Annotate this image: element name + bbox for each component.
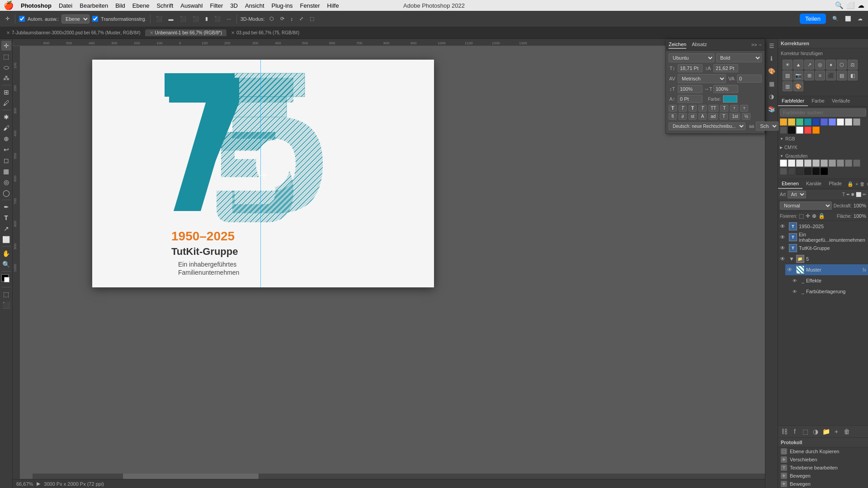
h-scale-input[interactable] (713, 85, 738, 93)
swatch-lightgray[interactable] (845, 118, 852, 126)
align-more-btn[interactable]: ··· (225, 15, 233, 23)
leading-input[interactable] (713, 64, 738, 72)
swatch-darkgray[interactable] (780, 127, 787, 134)
align-center-v-btn[interactable]: ▮ (203, 15, 210, 23)
menu-bearbeiten[interactable]: Bearbeiten (80, 2, 108, 9)
layer-item-effekte[interactable]: 👁 ⎯ Effekte (791, 275, 868, 286)
stamp-tool[interactable]: ⊕ (1, 134, 11, 144)
color-search-input[interactable] (780, 108, 866, 117)
gray-swatch-0[interactable] (780, 160, 787, 167)
eyedropper-tool[interactable]: 🖊 (1, 98, 11, 108)
prot-item-1[interactable]: ⬚ Ebene durch Kopieren (778, 447, 868, 455)
font-size-input[interactable] (678, 64, 703, 72)
ts-italic[interactable]: T (679, 105, 687, 112)
layer-item-1950[interactable]: 👁 T 1950–2025 (778, 221, 868, 232)
layer-4-vis[interactable]: 👁 (780, 256, 787, 262)
swatch-midgray[interactable] (853, 118, 860, 126)
font-style-select[interactable]: Bold (716, 53, 762, 62)
gray-swatch-10[interactable] (780, 168, 787, 175)
blend-mode-select[interactable]: Normal (780, 202, 832, 210)
layer-item-muster[interactable]: 👁 Muster fx (785, 264, 868, 275)
swatch-nearblack[interactable] (788, 127, 795, 134)
korr-colorbalance[interactable]: ⚖ (848, 60, 858, 70)
tab-3-close[interactable]: ✕ (231, 30, 235, 35)
tab-ebenen[interactable]: Ebenen (778, 179, 802, 189)
swatch-red[interactable] (804, 127, 811, 134)
ts-ligature[interactable]: fi (669, 113, 677, 120)
ts-sub[interactable]: T (740, 105, 748, 112)
ts-oldstyle[interactable]: st (689, 113, 697, 120)
move-tool-btn[interactable]: ✛ (4, 15, 11, 23)
font-family-select[interactable]: Ubuntu (669, 53, 714, 62)
menu-datei[interactable]: Datei (59, 2, 72, 9)
menu-3d[interactable]: 3D (230, 2, 238, 9)
gray-swatch-5[interactable] (821, 160, 828, 167)
tab-2[interactable]: ✕ Unbenannt-1 bei 66,7% (RGB/8*) (145, 29, 226, 36)
swatch-orange2[interactable] (812, 127, 820, 134)
aa-select[interactable]: Scharf (756, 122, 778, 131)
korr-levels[interactable]: ▲ (793, 60, 803, 70)
panel-icon-libraries[interactable]: 📚 (767, 104, 777, 114)
korr-invert[interactable]: ⬛ (826, 70, 836, 80)
lasso-tool[interactable]: ⬭ (1, 62, 11, 72)
tab-1[interactable]: ✕ 7-Jubilaumsbanner-3000x2000.psd bei 66… (2, 29, 145, 36)
mode-btn-3[interactable]: ↕ (289, 15, 295, 23)
text-tool[interactable]: T (1, 213, 11, 223)
prot-item-4[interactable]: ✛ Bewegen (778, 472, 868, 480)
menu-filter[interactable]: Filter (210, 2, 223, 9)
korr-hsl[interactable]: ⬡ (837, 60, 847, 70)
tracking-input[interactable] (737, 75, 762, 83)
arrange-toolbar-btn[interactable]: ⬜ (843, 15, 853, 23)
add-style-btn[interactable]: f (790, 427, 799, 436)
mode-btn-1[interactable]: ⬡ (268, 15, 276, 23)
hand-tool[interactable]: ✋ (1, 249, 11, 258)
select-rect-tool[interactable]: ⬚ (1, 52, 11, 61)
gray-swatch-14[interactable] (812, 168, 820, 175)
panel-icon-color[interactable]: 🎨 (767, 66, 777, 76)
layer-6-vis[interactable]: 👁 (793, 278, 800, 283)
align-center-h-btn[interactable]: ▬ (167, 15, 175, 23)
tab-farbe[interactable]: Farbe (808, 96, 828, 106)
gray-swatch-7[interactable] (837, 160, 844, 167)
layer-item-tutkit[interactable]: 👁 T TutKit-Gruppe (778, 243, 868, 253)
dodge-tool[interactable]: ◯ (1, 188, 11, 198)
folder-expand-icon[interactable]: ▼ (789, 256, 794, 262)
gray-swatch-11[interactable] (788, 168, 795, 175)
swatch-white2[interactable] (796, 127, 803, 134)
align-right-btn[interactable]: ⬛ (178, 15, 188, 23)
tab-pfade[interactable]: Pfade (825, 179, 845, 189)
add-group-btn[interactable]: 📁 (821, 427, 830, 436)
swatch-teal[interactable] (804, 118, 811, 126)
graustufen-label[interactable]: Graustufen (780, 153, 866, 160)
zeichen-close-icon[interactable]: − (759, 42, 762, 47)
layer-7-vis[interactable]: 👁 (793, 289, 800, 294)
swatch-orange[interactable] (780, 118, 787, 126)
zeichen-expand-icon[interactable]: >> (751, 42, 757, 47)
gray-swatch-15[interactable] (821, 168, 828, 175)
ts-bold2[interactable]: T (689, 105, 697, 112)
ts-contextual[interactable]: A (698, 113, 707, 120)
swatch-yellow[interactable] (788, 118, 795, 126)
ts-smallcaps[interactable]: T (720, 105, 728, 112)
tab-1-close[interactable]: ✕ (6, 30, 10, 35)
korr-channel-mixer[interactable]: ⊞ (804, 70, 814, 80)
tab-kanale[interactable]: Kanäle (802, 179, 825, 189)
tab-zeichen[interactable]: Zeichen (669, 41, 686, 49)
layer-item-group-5[interactable]: 👁 ▼ 📁 5 (778, 253, 868, 264)
panel-icon-adjustments[interactable]: ◑ (767, 91, 777, 101)
workspace-btn[interactable]: ☁ (856, 15, 864, 23)
korr-select-color[interactable]: 🎨 (793, 81, 803, 91)
ts-allcaps[interactable]: TT (708, 105, 718, 112)
prot-item-3[interactable]: T Textebene bearbeiten (778, 464, 868, 472)
layer-2-vis[interactable]: 👁 (780, 234, 787, 240)
ebenen-lock-icon[interactable]: 🔒 (847, 181, 854, 187)
layer-item-farbub[interactable]: 👁 ⎯ Farbüberlagerung (791, 286, 868, 297)
korr-posterize[interactable]: ▤ (837, 70, 847, 80)
ts-alternates[interactable]: ad (708, 113, 718, 120)
mode-btn-4[interactable]: ⤢ (297, 15, 305, 23)
korr-brightness[interactable]: ☀ (783, 60, 793, 70)
gray-swatch-13[interactable] (804, 168, 811, 175)
pen-tool[interactable]: ✒ (1, 202, 11, 212)
cloud-icon[interactable]: ☁ (858, 1, 864, 9)
menu-ebene[interactable]: Ebene (132, 2, 150, 9)
